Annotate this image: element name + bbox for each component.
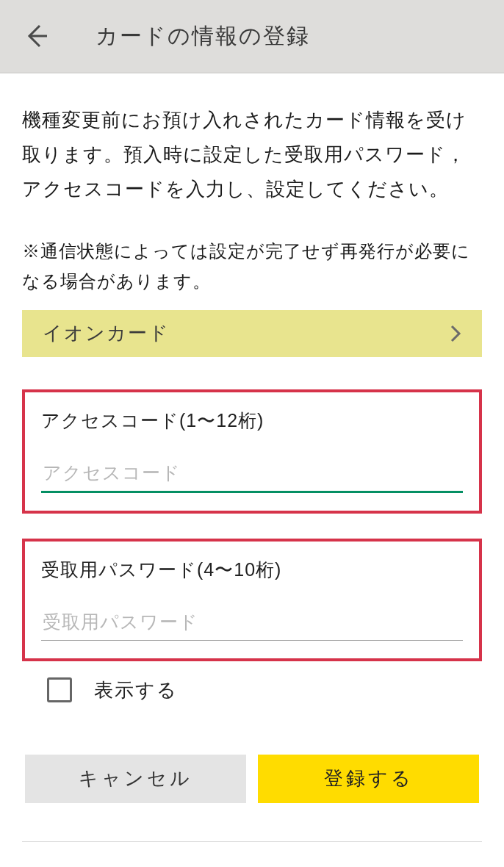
- show-password-label: 表示する: [94, 677, 178, 703]
- chevron-right-icon: [450, 324, 461, 343]
- arrow-left-icon: [24, 23, 50, 49]
- main-content: 機種変更前にお預け入れされたカード情報を受け取ります。預入時に設定した受取用パス…: [0, 73, 504, 842]
- description-text: 機種変更前にお預け入れされたカード情報を受け取ります。預入時に設定した受取用パス…: [22, 103, 482, 206]
- password-input[interactable]: [41, 608, 463, 641]
- footer-divider: [22, 841, 482, 842]
- card-selector-label: イオンカード: [43, 320, 170, 346]
- page-title: カードの情報の登録: [96, 21, 310, 51]
- password-field-box: 受取用パスワード(4〜10桁): [22, 539, 482, 661]
- access-code-label: アクセスコード(1〜12桁): [41, 409, 463, 433]
- show-password-checkbox[interactable]: [47, 677, 72, 702]
- access-code-field-box: アクセスコード(1〜12桁): [22, 389, 482, 514]
- action-button-row: キャンセル 登録する: [22, 755, 482, 803]
- submit-button[interactable]: 登録する: [258, 755, 479, 803]
- cancel-button[interactable]: キャンセル: [25, 755, 246, 803]
- card-selector[interactable]: イオンカード: [22, 310, 482, 357]
- note-text: ※通信状態によっては設定が完了せず再発行が必要になる場合があります。: [22, 237, 482, 297]
- back-button[interactable]: [15, 14, 59, 58]
- password-label: 受取用パスワード(4〜10桁): [41, 558, 463, 582]
- app-header: カードの情報の登録: [0, 0, 504, 73]
- access-code-input[interactable]: [41, 459, 463, 493]
- show-password-row: 表示する: [22, 677, 482, 703]
